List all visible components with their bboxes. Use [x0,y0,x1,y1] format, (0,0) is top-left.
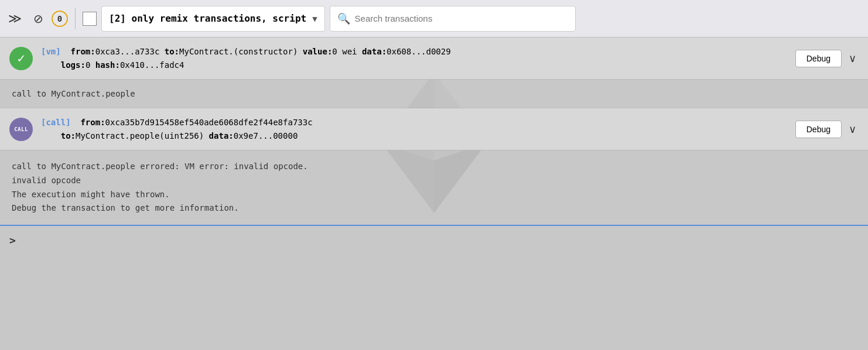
call-tag: [call] [41,118,71,127]
tx-line2-2: to:MyContract.people(uint256) data:0x9e7… [41,129,787,142]
command-line: > [0,226,868,255]
error-line-1: call to MyContract.people errored: VM er… [12,160,856,174]
search-input[interactable] [355,13,568,23]
filter-label: [2] only remix transactions, script [109,13,306,24]
debug-button-2[interactable]: Debug [795,121,842,138]
error-line-2: invalid opcode [12,174,856,188]
notification-badge: 0 [52,11,68,27]
tx-success-icon: ✓ [9,47,33,70]
cmd-prompt: > [9,234,16,246]
collapse-icon: ≫ [8,11,22,26]
transaction-block-1: ✓ [vm] from:0xca3...a733c to:MyContract.… [0,37,868,80]
block-icon-button[interactable]: ⊘ [30,9,47,28]
select-all-checkbox[interactable] [83,12,97,26]
tx-line2-1: logs:0 hash:0x410...fadc4 [41,59,787,71]
search-icon: 🔍 [337,12,350,25]
vm-tag: [vm] [41,47,61,56]
toolbar: ≫ ⊘ 0 [2] only remix transactions, scrip… [0,0,868,37]
tx-details-2: [call] from:0xca35b7d915458ef540ade6068d… [41,116,787,142]
tx-row-1: ✓ [vm] from:0xca3...a733c to:MyContract.… [0,37,868,80]
error-line-3: The execution might have thrown. [12,188,856,202]
debug-button-1[interactable]: Debug [795,50,842,67]
command-input[interactable] [20,235,859,246]
main-content: ✓ [vm] from:0xca3...a733c to:MyContract.… [0,37,868,350]
error-message-row: call to MyContract.people errored: VM er… [0,150,868,226]
tx-line1-1: [vm] from:0xca3...a733c to:MyContract.(c… [41,45,787,58]
tx-line1-2: [call] from:0xca35b7d915458ef540ade6068d… [41,116,787,129]
block-icon: ⊘ [33,12,43,26]
tx-actions-2: Debug ∨ [795,121,859,138]
tx-row-2: CALL [call] from:0xca35b7d915458ef540ade… [0,108,868,150]
search-area: 🔍 [330,6,576,32]
tx-actions-1: Debug ∨ [795,50,859,67]
call-icon-label: CALL [14,126,28,132]
expand-button-2[interactable]: ∨ [846,121,859,138]
expand-button-1[interactable]: ∨ [846,50,859,67]
tx-call-icon: CALL [9,118,33,141]
checkmark-icon: ✓ [17,51,25,66]
tx-details-1: [vm] from:0xca3...a733c to:MyContract.(c… [41,45,787,71]
error-line-4: Debug the transaction to get more inform… [12,201,856,215]
toolbar-divider [75,8,76,29]
chevron-down-icon: ▼ [312,14,317,23]
transaction-block-2: CALL [call] from:0xca35b7d915458ef540ade… [0,108,868,150]
filter-dropdown[interactable]: [2] only remix transactions, script ▼ [101,6,325,32]
collapse-button[interactable]: ≫ [5,9,25,29]
call-to-people-message: call to MyContract.people [0,80,868,108]
